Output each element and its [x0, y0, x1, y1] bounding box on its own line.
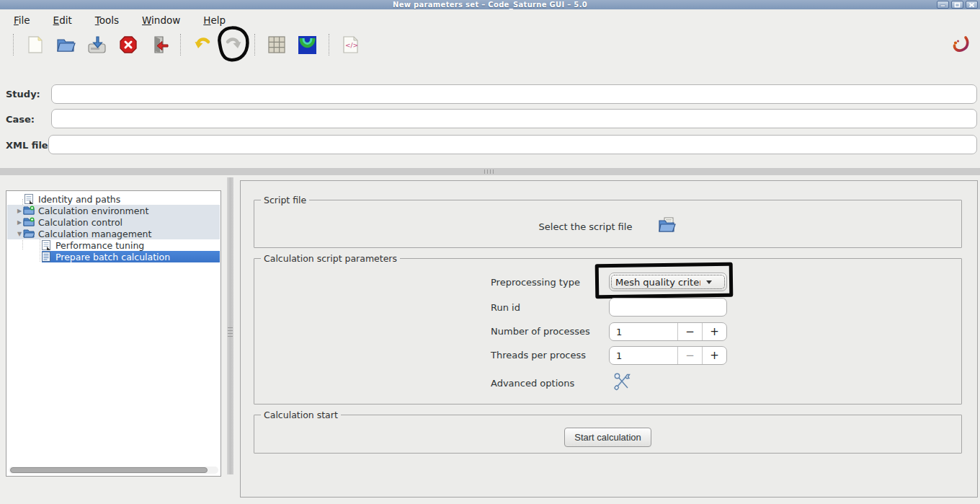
case-label: Case: [6, 114, 35, 125]
tools-icon [612, 372, 632, 392]
mesh-quality-button[interactable] [267, 35, 286, 55]
title-bar: New parameters set – Code_Saturne GUI – … [0, 0, 980, 9]
tree-item-identity-and-paths[interactable]: Identity and paths [7, 193, 220, 205]
maximize-button[interactable] [951, 1, 963, 9]
expanded-arrow-icon[interactable]: ▼ [16, 231, 23, 237]
tree-item-label: Prepare batch calculation [55, 252, 170, 262]
new-file-button[interactable] [25, 35, 45, 55]
menu-edit[interactable]: Edit [45, 12, 80, 29]
minimize-button[interactable] [937, 1, 949, 9]
menu-tools[interactable]: Tools [87, 12, 127, 29]
vertical-splitter[interactable] [227, 177, 233, 474]
advanced-options-label: Advanced options [491, 378, 574, 389]
close-icon [968, 2, 975, 8]
toolbar-separator [329, 34, 329, 56]
tree-item-prepare-batch-calculation[interactable]: Prepare batch calculation [7, 251, 220, 262]
xml-file-input[interactable] [48, 135, 977, 154]
number-of-processes-label: Number of processes [491, 326, 590, 337]
threads-per-process-spinbox[interactable]: 1 − + [609, 346, 727, 365]
page-icon [23, 194, 35, 204]
close-file-icon [119, 35, 138, 54]
study-input[interactable] [51, 84, 977, 104]
tree-item-calculation-control[interactable]: ▶ Calculation control [7, 216, 220, 228]
study-label: Study: [6, 89, 40, 100]
advanced-options-button[interactable] [612, 372, 632, 395]
svg-text:</>: </> [345, 42, 358, 49]
scrollbar-thumb[interactable] [10, 467, 208, 473]
folder-open-icon [23, 229, 35, 239]
horizontal-splitter[interactable] [0, 168, 980, 175]
tree-item-label: Identity and paths [38, 194, 120, 205]
xml-editor-button[interactable]: </> [341, 35, 360, 55]
menu-bar: File Edit Tools Window Help [0, 9, 980, 30]
toolbar-separator [254, 34, 255, 56]
increment-button[interactable]: + [702, 323, 726, 340]
number-of-processes-value: 1 [610, 327, 677, 337]
threads-per-process-label: Threads per process [491, 350, 586, 361]
select-script-file-label: Select the script file [539, 221, 633, 232]
quit-button[interactable] [149, 35, 169, 55]
focus-outline [611, 275, 725, 289]
decrement-button[interactable]: − [677, 323, 702, 340]
tree-item-performance-tuning[interactable]: Performance tuning [7, 239, 220, 251]
toolbar-separator [180, 34, 181, 56]
menu-window[interactable]: Window [134, 12, 188, 29]
tree-item-calculation-management[interactable]: ▼ Calculation management [7, 228, 220, 239]
script-file-group-title: Script file [261, 195, 309, 205]
save-file-button[interactable] [87, 35, 107, 55]
menu-help[interactable]: Help [195, 12, 233, 29]
saturne-logo [948, 33, 970, 55]
close-file-button[interactable] [118, 35, 138, 55]
increment-button[interactable]: + [702, 347, 726, 364]
script-parameters-group-title: Calculation script parameters [261, 253, 400, 264]
preprocessing-type-dropdown[interactable]: Mesh quality criter [609, 273, 727, 291]
calculation-start-group-title: Calculation start [261, 410, 341, 420]
navigation-tree: Identity and paths ▶ Calculation environ… [6, 190, 221, 477]
open-folder-icon [658, 217, 677, 234]
maximize-icon [954, 2, 961, 8]
redo-button[interactable] [223, 35, 243, 55]
splitter-grip [228, 327, 233, 337]
toolbar-separator [13, 34, 14, 56]
postprocessing-view-button[interactable] [298, 35, 317, 55]
window-title: New parameters set – Code_Saturne GUI – … [393, 0, 587, 9]
case-input[interactable] [51, 109, 977, 128]
close-button[interactable] [966, 1, 978, 9]
splitter-grip [484, 169, 496, 174]
tree-horizontal-scrollbar[interactable] [9, 467, 218, 474]
decrement-button[interactable]: − [677, 347, 702, 364]
redo-icon [224, 35, 243, 54]
open-file-button[interactable] [56, 35, 76, 55]
script-parameters-group: Calculation script parameters [254, 258, 962, 404]
select-script-file-button[interactable] [658, 217, 677, 236]
folder-new-icon [23, 217, 35, 227]
number-of-processes-spinbox[interactable]: 1 − + [609, 322, 727, 341]
xml-editor-icon: </> [342, 35, 359, 54]
threads-per-process-value: 1 [610, 350, 677, 361]
minimize-icon [940, 2, 946, 7]
preprocessing-type-label: Preprocessing type [491, 277, 580, 288]
collapsed-arrow-icon[interactable]: ▶ [16, 208, 23, 214]
run-id-label: Run id [491, 302, 520, 313]
menu-file[interactable]: File [6, 12, 38, 29]
tree-item-label: Calculation control [38, 217, 122, 228]
xml-file-label: XML file: [6, 140, 52, 151]
start-calculation-button[interactable]: Start calculation [564, 428, 651, 447]
mesh-quality-icon [268, 36, 285, 53]
folder-new-icon [23, 205, 35, 216]
tree-item-label: Calculation environment [38, 205, 148, 216]
new-file-icon [27, 35, 44, 54]
run-id-input[interactable] [609, 298, 727, 317]
open-file-icon [56, 36, 76, 53]
collapsed-arrow-icon[interactable]: ▶ [16, 219, 23, 226]
tree-item-label: Performance tuning [55, 240, 144, 251]
undo-button[interactable] [192, 35, 212, 55]
toolbar: </> [0, 30, 980, 59]
quit-icon [149, 35, 169, 54]
page-icon [40, 252, 52, 262]
tree-item-calculation-environment[interactable]: ▶ Calculation environment [7, 205, 220, 216]
postprocessing-view-icon [298, 36, 316, 54]
undo-icon [193, 35, 212, 54]
tree-item-label: Calculation management [38, 229, 151, 239]
page-icon [40, 240, 52, 250]
